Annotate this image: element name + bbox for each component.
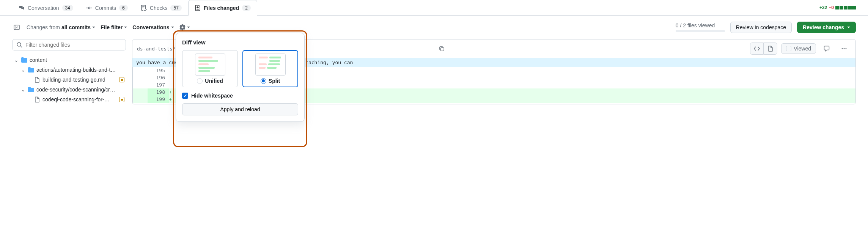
file-icon	[767, 46, 774, 52]
diff-settings-button[interactable]	[179, 24, 190, 30]
tab-label: Checks	[150, 5, 168, 11]
sidebar-toggle-button[interactable]	[12, 23, 21, 32]
tree-label: actions/automating-builds-and-t…	[36, 67, 124, 73]
comment-discussion-icon	[19, 5, 25, 11]
filter-files-search[interactable]	[12, 39, 126, 50]
rendered-view-button[interactable]	[764, 43, 777, 55]
conversations-dropdown[interactable]: Conversations	[132, 24, 174, 30]
chevron-down-icon	[92, 27, 95, 28]
tree-folder-security[interactable]: ⌄ code-security/code-scanning/cr…	[12, 85, 126, 95]
tree-file-building[interactable]: building-and-testing-go.md	[12, 75, 126, 85]
chevron-down-icon	[124, 27, 127, 28]
split-preview-icon	[255, 54, 286, 76]
svg-point-2	[17, 43, 21, 46]
tree-folder-actions[interactable]: ⌄ actions/automating-builds-and-t…	[12, 65, 126, 75]
viewed-toggle[interactable]: Viewed	[781, 43, 816, 54]
file-filter-dropdown[interactable]: File filter	[101, 24, 127, 30]
radio-icon	[261, 78, 266, 84]
folder-icon	[21, 57, 27, 63]
tab-conversation[interactable]: Conversation 34	[12, 0, 80, 16]
svg-point-0	[88, 7, 90, 9]
filter-files-input[interactable]	[25, 42, 122, 48]
tab-count: 57	[170, 5, 181, 11]
modified-badge	[119, 97, 124, 102]
svg-point-5	[844, 48, 845, 49]
deletions-count: −0	[829, 5, 834, 10]
tab-count: 6	[119, 5, 128, 11]
tab-checks[interactable]: Checks 57	[134, 0, 188, 16]
chevron-down-icon	[187, 27, 190, 28]
tab-label: Conversation	[28, 5, 59, 11]
chevron-down-icon: ⌄	[20, 87, 26, 93]
diffstat: +32 −0	[819, 5, 856, 10]
folder-icon	[28, 67, 34, 73]
tab-commits[interactable]: Commits 6	[80, 0, 134, 16]
apply-and-reload-button[interactable]: Apply and reload	[182, 103, 298, 104]
unified-preview-icon	[195, 54, 225, 76]
review-in-codespace-button[interactable]: Review in codespace	[730, 22, 792, 33]
hide-whitespace-checkbox[interactable]: ✓ Hide whitespace	[182, 93, 298, 99]
split-view-option[interactable]: Split	[242, 50, 298, 87]
chevron-down-icon	[847, 27, 850, 28]
file-icon	[34, 77, 40, 83]
popover-title: Diff view	[182, 39, 298, 46]
search-icon	[16, 42, 22, 48]
code-icon	[754, 46, 760, 52]
tab-count: 34	[62, 5, 73, 11]
copy-path-button[interactable]	[435, 43, 448, 55]
unified-view-option[interactable]: Unified	[182, 50, 238, 87]
copy-icon	[439, 46, 445, 52]
svg-rect-3	[440, 47, 443, 50]
comment-button[interactable]	[820, 43, 833, 55]
tree-folder-content[interactable]: ⌄ content	[12, 55, 126, 65]
progress-bar	[676, 30, 725, 32]
tab-count: 2	[242, 5, 251, 11]
checkbox-checked-icon: ✓	[182, 93, 188, 99]
diff-view-popover: Diff view Unified	[176, 33, 305, 104]
svg-point-6	[846, 48, 847, 49]
tab-label: Files changed	[204, 5, 239, 11]
source-view-button[interactable]	[750, 43, 764, 55]
checkbox-icon	[786, 46, 791, 51]
folder-icon	[28, 87, 34, 93]
gear-icon	[179, 24, 186, 30]
chevron-down-icon	[171, 27, 174, 28]
tree-file-codeql[interactable]: codeql-code-scanning-for-…	[12, 95, 126, 104]
svg-point-4	[842, 48, 843, 49]
sidebar-collapse-icon	[14, 24, 20, 30]
tab-label: Commits	[95, 5, 116, 11]
radio-icon	[197, 78, 203, 84]
tree-label: code-security/code-scanning/cr…	[36, 87, 124, 93]
file-diff-icon	[195, 5, 201, 11]
review-changes-button[interactable]: Review changes	[797, 22, 856, 33]
git-commit-icon	[86, 5, 92, 11]
tree-label: content	[30, 57, 124, 63]
tree-label: codeql-code-scanning-for-…	[42, 96, 117, 102]
files-viewed-progress: 0 / 2 files viewed	[676, 22, 725, 32]
kebab-icon	[841, 46, 847, 52]
tree-label: building-and-testing-go.md	[42, 77, 117, 83]
additions-count: +32	[819, 5, 827, 10]
comment-icon	[824, 46, 830, 52]
chevron-down-icon: ⌄	[20, 67, 26, 73]
modified-badge	[119, 77, 124, 82]
chevron-down-icon: ⌄	[14, 57, 19, 63]
changes-from-dropdown[interactable]: Changes from all commits	[27, 24, 95, 30]
diffstat-blocks	[835, 6, 856, 9]
more-options-button[interactable]	[837, 43, 851, 55]
tab-files-changed[interactable]: Files changed 2	[188, 0, 257, 16]
checklist-icon	[141, 5, 147, 11]
file-icon	[34, 96, 40, 102]
